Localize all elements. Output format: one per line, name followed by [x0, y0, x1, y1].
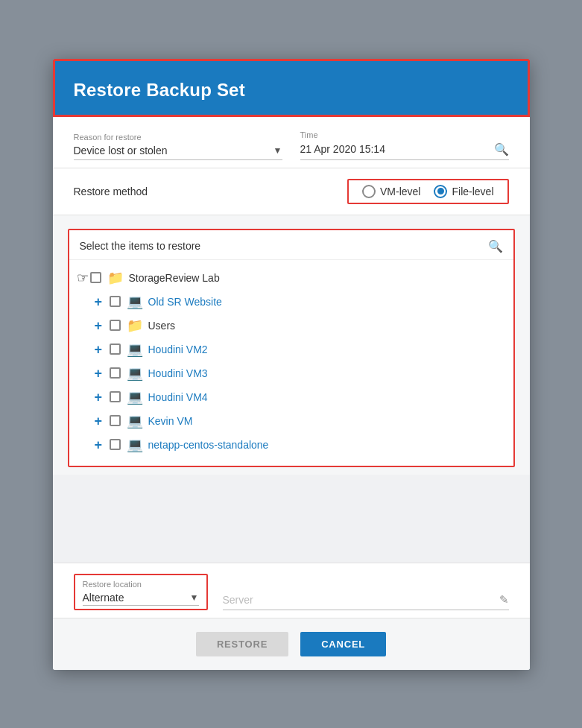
bottom-section: Restore location Alternate ▼ Server ✎ — [53, 563, 530, 618]
restore-method-label: Restore method — [74, 186, 348, 197]
item-checkbox[interactable] — [110, 367, 121, 379]
reason-value: Device lost or stolen — [74, 145, 271, 156]
expand-icon[interactable]: + — [95, 343, 107, 356]
restore-method-row: Restore method VM-level File-level — [53, 168, 530, 215]
item-label: Houdini VM4 — [148, 391, 208, 403]
folder-icon: 📁 — [127, 317, 143, 334]
reason-label: Reason for restore — [74, 133, 282, 142]
cancel-button[interactable]: CANCEL — [300, 632, 386, 656]
modal-title: Restore Backup Set — [74, 80, 509, 101]
items-header: Select the items to restore 🔍 — [69, 230, 513, 260]
edit-icon[interactable]: ✎ — [499, 593, 509, 607]
root-folder-icon: 📁 — [107, 270, 124, 286]
action-row: RESTORE CANCEL — [53, 618, 530, 670]
list-item: + 💻 Houdini VM4 — [69, 385, 513, 409]
time-value: 21 Apr 2020 15:14 — [300, 143, 488, 155]
item-label: Houdini VM2 — [148, 344, 208, 355]
item-checkbox[interactable] — [110, 320, 121, 331]
items-search-icon[interactable]: 🔍 — [488, 239, 503, 253]
server-value: Server — [223, 594, 499, 606]
root-checkbox[interactable] — [90, 272, 101, 283]
restore-location-select[interactable]: Alternate ▼ — [83, 592, 199, 606]
server-row: Server ✎ — [223, 593, 509, 610]
item-label: Users — [148, 320, 176, 332]
expand-icon[interactable]: + — [95, 438, 107, 452]
vm-level-label: VM-level — [380, 186, 420, 197]
form-top-row: Reason for restore Device lost or stolen… — [53, 117, 530, 168]
list-item: + 💻 Kevin VM — [69, 409, 513, 433]
tree-root-item: ☞ 📁 StorageReview Lab — [69, 266, 513, 290]
expand-icon[interactable]: + — [95, 367, 107, 380]
file-level-dot — [437, 188, 444, 194]
restore-location-label: Restore location — [83, 580, 199, 589]
items-title: Select the items to restore — [80, 240, 201, 252]
item-checkbox[interactable] — [110, 344, 121, 355]
vm-icon: 💻 — [127, 437, 143, 453]
modal-overlay: Restore Backup Set Reason for restore De… — [0, 0, 582, 728]
vm-level-option[interactable]: VM-level — [362, 185, 420, 198]
expand-icon[interactable]: + — [95, 295, 107, 308]
cursor-icon: ☞ — [77, 270, 89, 286]
list-item: + 💻 Old SR Website — [69, 290, 513, 314]
item-checkbox[interactable] — [110, 296, 121, 307]
vm-icon: 💻 — [127, 389, 143, 405]
item-checkbox[interactable] — [110, 439, 121, 450]
restore-location-row: Restore location Alternate ▼ Server ✎ — [74, 574, 509, 610]
server-group: Server ✎ — [223, 593, 509, 610]
items-section: Select the items to restore 🔍 ☞ 📁 Storag… — [68, 229, 515, 467]
reason-dropdown-arrow[interactable]: ▼ — [273, 145, 282, 156]
expand-icon[interactable]: + — [95, 414, 107, 428]
item-label: Kevin VM — [148, 415, 193, 427]
tree-list: ☞ 📁 StorageReview Lab + 💻 Old SR Website — [69, 260, 513, 466]
reason-select[interactable]: Device lost or stolen ▼ — [74, 145, 282, 160]
root-label: StorageReview Lab — [129, 272, 220, 284]
item-label: Old SR Website — [148, 296, 222, 308]
vm-icon: 💻 — [127, 413, 143, 429]
list-item: + 💻 netapp-centos-standalone — [69, 433, 513, 457]
list-item: + 💻 Houdini VM3 — [69, 361, 513, 385]
vm-icon: 💻 — [127, 365, 143, 382]
file-level-radio[interactable] — [434, 185, 447, 198]
list-item: + 📁 Users — [69, 314, 513, 338]
expand-icon[interactable]: + — [95, 319, 107, 332]
restore-backup-modal: Restore Backup Set Reason for restore De… — [53, 59, 530, 670]
file-level-label: File-level — [452, 186, 493, 197]
item-label: netapp-centos-standalone — [148, 439, 269, 451]
restore-method-radio-group: VM-level File-level — [347, 179, 508, 204]
list-item: + 💻 Houdini VM2 — [69, 338, 513, 361]
vm-icon: 💻 — [127, 294, 143, 310]
expand-icon[interactable]: + — [95, 390, 107, 404]
time-row: 21 Apr 2020 15:14 🔍 — [300, 142, 509, 160]
location-dropdown-arrow[interactable]: ▼ — [190, 592, 199, 603]
item-label: Houdini VM3 — [148, 367, 208, 379]
restore-location-value: Alternate — [83, 592, 187, 604]
empty-space — [53, 475, 530, 563]
time-group: Time 21 Apr 2020 15:14 🔍 — [300, 130, 509, 160]
restore-button[interactable]: RESTORE — [196, 632, 288, 656]
vm-icon: 💻 — [127, 341, 143, 358]
item-checkbox[interactable] — [110, 415, 121, 426]
modal-header: Restore Backup Set — [53, 59, 530, 117]
restore-location-group: Restore location Alternate ▼ — [74, 574, 208, 610]
time-label: Time — [300, 130, 509, 139]
vm-level-radio[interactable] — [362, 185, 376, 198]
modal-body: Reason for restore Device lost or stolen… — [53, 117, 530, 670]
time-search-icon[interactable]: 🔍 — [494, 142, 509, 156]
reason-group: Reason for restore Device lost or stolen… — [74, 133, 282, 160]
file-level-option[interactable]: File-level — [434, 185, 493, 198]
item-checkbox[interactable] — [110, 391, 121, 402]
